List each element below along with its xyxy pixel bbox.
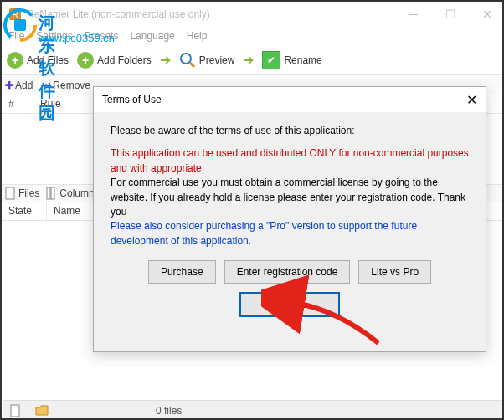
col-state[interactable]: State (2, 202, 47, 220)
statusbar: 0 files (3, 400, 504, 420)
enter-code-button[interactable]: Enter registration code (224, 260, 351, 284)
window-title: ReNamer Lite (non-commercial use only) (27, 8, 395, 20)
col-num[interactable]: # (2, 95, 33, 113)
plus-icon: + (7, 52, 23, 69)
menu-language[interactable]: Language (130, 30, 174, 42)
dialog-pro-text: Please also consider purchasing a "Pro" … (111, 219, 469, 248)
dialog-title: Terms of Use (102, 94, 466, 105)
terms-dialog: Terms of Use ✕ Please be aware of the te… (93, 86, 486, 352)
rename-label: Rename (284, 54, 321, 66)
dialog-titlebar: Terms of Use ✕ (94, 87, 486, 112)
dialog-commercial-text: For commercial use you must obtain a com… (111, 176, 469, 219)
menu-presets[interactable]: Presets (85, 30, 119, 42)
add-files-button[interactable]: + Add Files (7, 52, 69, 69)
rename-button[interactable]: ✔ Rename (262, 51, 321, 69)
dialog-intro: Please be aware of the terms of use of t… (111, 124, 469, 138)
dialog-button-row: Purchase Enter registration code Lite vs… (111, 260, 469, 284)
columns-button[interactable]: Columns (46, 187, 99, 200)
purchase-button[interactable]: Purchase (148, 260, 216, 284)
preview-label: Preview (199, 54, 235, 66)
titlebar: R ReNamer Lite (non-commercial use only)… (2, 2, 504, 27)
add-folders-label: Add Folders (97, 54, 152, 66)
files-tab[interactable]: Files (5, 187, 39, 200)
remove-rule-label: Remove (53, 79, 90, 91)
menu-file[interactable]: File (8, 30, 24, 42)
add-rule-button[interactable]: ✚Add (5, 79, 33, 91)
svg-text:R: R (12, 10, 18, 19)
accept-row: Accept (111, 284, 469, 317)
main-toolbar: + Add Files + Add Folders ➔ Preview ➔ ✔ … (2, 45, 504, 75)
svg-rect-5 (47, 187, 50, 199)
arrow-right-icon: ➔ (160, 52, 171, 68)
svg-point-2 (181, 54, 191, 64)
app-icon: R (8, 8, 22, 21)
remove-rule-button[interactable]: —Remove (41, 79, 90, 91)
plus-icon: ✚ (5, 79, 13, 91)
arrow-right-icon: ➔ (243, 52, 254, 68)
minus-icon: — (41, 79, 51, 91)
files-tab-label: Files (18, 187, 39, 199)
add-rule-label: Add (15, 79, 33, 91)
svg-rect-4 (6, 187, 14, 199)
columns-icon (46, 187, 58, 200)
dialog-close-button[interactable]: ✕ (466, 92, 477, 108)
document-icon (5, 187, 17, 200)
menubar: File Settings Presets Language Help (2, 27, 504, 45)
menu-settings[interactable]: Settings (36, 30, 72, 42)
close-button[interactable]: ✕ (469, 3, 504, 26)
plus-icon: + (77, 52, 94, 69)
preview-button[interactable]: Preview (179, 52, 235, 69)
accept-button[interactable]: Accept (239, 292, 341, 317)
add-files-label: Add Files (27, 54, 69, 66)
status-icon-folder (28, 405, 55, 417)
status-files-count: 0 files (149, 405, 188, 417)
folder-icon (35, 405, 49, 417)
svg-rect-6 (51, 187, 54, 199)
dialog-body: Please be aware of the terms of use of t… (94, 112, 486, 325)
magnifier-icon (179, 52, 196, 69)
document-icon (10, 404, 22, 417)
status-icon-file (3, 404, 28, 417)
maximize-button[interactable]: ☐ (432, 3, 469, 26)
dialog-noncommercial-text: This application can be used and distrib… (111, 146, 469, 176)
svg-line-3 (190, 63, 194, 67)
lite-vs-pro-button[interactable]: Lite vs Pro (358, 260, 431, 284)
add-folders-button[interactable]: + Add Folders (77, 52, 152, 69)
minimize-button[interactable]: ─ (395, 3, 432, 26)
menu-help[interactable]: Help (187, 30, 208, 42)
check-icon: ✔ (262, 51, 280, 69)
